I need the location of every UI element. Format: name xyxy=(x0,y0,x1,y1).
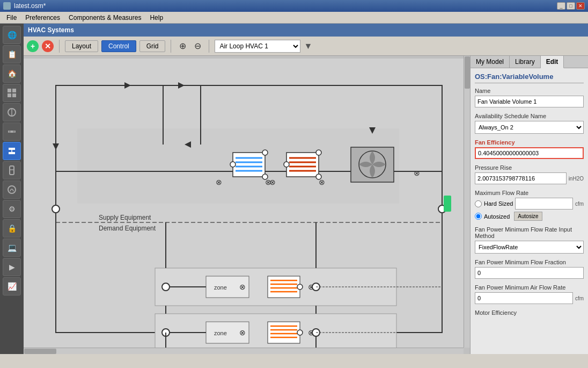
fan-power-airflow-input[interactable] xyxy=(475,292,573,304)
sidebar-spaces[interactable] xyxy=(3,84,21,102)
autosized-radio[interactable] xyxy=(475,213,482,220)
svg-rect-3 xyxy=(12,93,16,97)
main-layout: 🌐 📋 🏠 ⚙ 🔒 💻 ▶ 📈 HVAC Systems xyxy=(0,24,588,354)
name-input[interactable] xyxy=(475,96,584,107)
fan-power-airflow-group: Fan Power Minimum Air Flow Rate cfm xyxy=(475,284,584,304)
svg-text:⊗: ⊗ xyxy=(319,178,325,186)
svg-rect-2 xyxy=(8,93,11,97)
sidebar-thermal[interactable] xyxy=(3,103,21,121)
motor-efficiency-group: Motor Efficiency xyxy=(475,309,584,316)
layout-button[interactable]: Layout xyxy=(65,40,98,52)
sidebar-schedules[interactable]: ⚙ xyxy=(3,200,21,218)
right-panel-content: OS:Fan:VariableVolume Name Availability … xyxy=(471,68,588,354)
fan-power-fraction-input[interactable] xyxy=(475,267,584,279)
name-label: Name xyxy=(475,88,584,94)
toolbar-separator3 xyxy=(209,40,209,53)
sidebar-refrigeration[interactable] xyxy=(3,161,21,179)
avail-schedule-label: Availability Schedule Name xyxy=(475,113,584,119)
avail-schedule-select[interactable]: Always_On 2 xyxy=(475,121,584,134)
zoom-in-button[interactable]: ⊕ xyxy=(177,40,188,52)
svg-rect-13 xyxy=(24,59,464,354)
supply-label: Supply Equipment xyxy=(99,214,151,221)
add-button[interactable]: + xyxy=(27,40,39,52)
svg-text:⊗: ⊗ xyxy=(216,178,222,186)
pressure-rise-unit: inH2O xyxy=(569,176,584,182)
left-sidebar: 🌐 📋 🏠 ⚙ 🔒 💻 ▶ 📈 xyxy=(0,24,24,354)
app-icon xyxy=(3,2,11,10)
dropdown-arrow-icon[interactable]: ▼ xyxy=(304,41,312,51)
grid-button[interactable]: Grid xyxy=(139,40,166,52)
menu-help[interactable]: Help xyxy=(145,13,167,23)
menu-preferences[interactable]: Preferences xyxy=(21,13,64,23)
svg-point-7 xyxy=(9,131,11,133)
zone1-label: zone xyxy=(214,284,227,291)
sidebar-hvac-systems[interactable] xyxy=(3,142,21,160)
menu-file[interactable]: File xyxy=(2,13,21,23)
svg-point-31 xyxy=(230,162,236,167)
fan-power-fraction-group: Fan Power Minimum Flow Fraction xyxy=(475,259,584,279)
fan-power-airflow-unit: cfm xyxy=(575,295,584,301)
vertical-scrollbar[interactable] xyxy=(464,56,470,348)
svg-point-12 xyxy=(8,186,16,193)
menu-bar: File Preferences Components & Measures H… xyxy=(0,12,588,24)
sidebar-constructions[interactable]: 🔒 xyxy=(3,219,21,237)
hvac-canvas[interactable]: Supply Equipment Demand Equipment xyxy=(24,56,470,354)
sidebar-building[interactable]: 🏠 xyxy=(3,64,21,83)
tab-my-model[interactable]: My Model xyxy=(471,56,510,68)
toolbar-separator2 xyxy=(171,40,171,53)
tab-library[interactable]: Library xyxy=(510,56,541,68)
autosized-label: Autosized xyxy=(484,213,510,220)
fan-efficiency-input[interactable] xyxy=(475,147,584,159)
diagram-toolbar: + ✕ Layout Control Grid ⊕ ⊖ Air Loop HVA… xyxy=(24,37,588,56)
hard-sized-input[interactable] xyxy=(515,198,572,210)
fan-power-method-select[interactable]: FixedFlowRate xyxy=(475,241,584,254)
fan-power-fraction-label: Fan Power Minimum Flow Fraction xyxy=(475,259,584,265)
avail-schedule-group: Availability Schedule Name Always_On 2 xyxy=(475,113,584,134)
fan-power-airflow-label: Fan Power Minimum Air Flow Rate xyxy=(475,284,584,291)
svg-rect-72 xyxy=(268,322,300,343)
tab-edit[interactable]: Edit xyxy=(541,56,564,68)
sidebar-servicewh[interactable] xyxy=(3,181,21,199)
autosize-button[interactable]: Autosize xyxy=(514,212,542,221)
window-title: latest.osm* xyxy=(14,2,46,10)
svg-text:⊗: ⊗ xyxy=(269,178,276,186)
hard-sized-radio[interactable] xyxy=(475,200,482,207)
sidebar-list[interactable]: 📋 xyxy=(3,45,21,63)
svg-point-42 xyxy=(316,150,321,155)
sidebar-results[interactable]: 📈 xyxy=(3,277,21,295)
max-flow-rate-group: Maximum Flow Rate Hard Sized cfm Autosiz… xyxy=(475,190,584,221)
svg-rect-36 xyxy=(286,153,319,177)
svg-rect-10 xyxy=(10,166,14,175)
sidebar-globe[interactable]: 🌐 xyxy=(3,26,21,44)
maximize-button[interactable]: □ xyxy=(567,2,575,10)
zoom-out-button[interactable]: ⊖ xyxy=(192,40,203,52)
demand-label: Demand Equipment xyxy=(99,225,156,232)
title-bar: latest.osm* _ □ ✕ xyxy=(0,0,588,12)
menu-components[interactable]: Components & Measures xyxy=(64,13,145,23)
flow-rate-radios: Hard Sized cfm Autosized Autosize xyxy=(475,198,584,221)
hard-sized-unit: cfm xyxy=(575,201,584,207)
close-button[interactable]: ✕ xyxy=(576,2,585,10)
fan-efficiency-group: Fan Efficiency xyxy=(475,139,584,159)
max-flow-rate-label: Maximum Flow Rate xyxy=(475,190,584,196)
sidebar-loads[interactable]: 💻 xyxy=(3,239,21,257)
sidebar-sim[interactable]: ▶ xyxy=(3,258,21,276)
zone2-label: zone xyxy=(214,330,227,336)
toolbar-separator xyxy=(59,40,60,53)
hvac-loop-select[interactable]: Air Loop HVAC 1 xyxy=(215,40,300,53)
svg-point-8 xyxy=(13,131,15,133)
minimize-button[interactable]: _ xyxy=(557,2,565,10)
fan-power-method-group: Fan Power Minimum Flow Rate Input Method… xyxy=(475,226,584,254)
horizontal-scrollbar[interactable] xyxy=(24,348,464,354)
sidebar-hvac[interactable] xyxy=(3,122,21,141)
remove-button[interactable]: ✕ xyxy=(42,40,54,52)
svg-rect-54 xyxy=(444,196,451,212)
object-type-title: OS:Fan:VariableVolume xyxy=(475,73,584,83)
pressure-rise-label: Pressure Rise xyxy=(475,164,584,171)
hvac-diagram[interactable]: Supply Equipment Demand Equipment xyxy=(24,56,464,354)
hvac-title: HVAC Systems xyxy=(28,26,74,34)
svg-point-41 xyxy=(284,162,289,167)
control-button[interactable]: Control xyxy=(101,40,136,52)
pressure-rise-input[interactable] xyxy=(475,172,567,184)
svg-rect-0 xyxy=(8,89,11,92)
